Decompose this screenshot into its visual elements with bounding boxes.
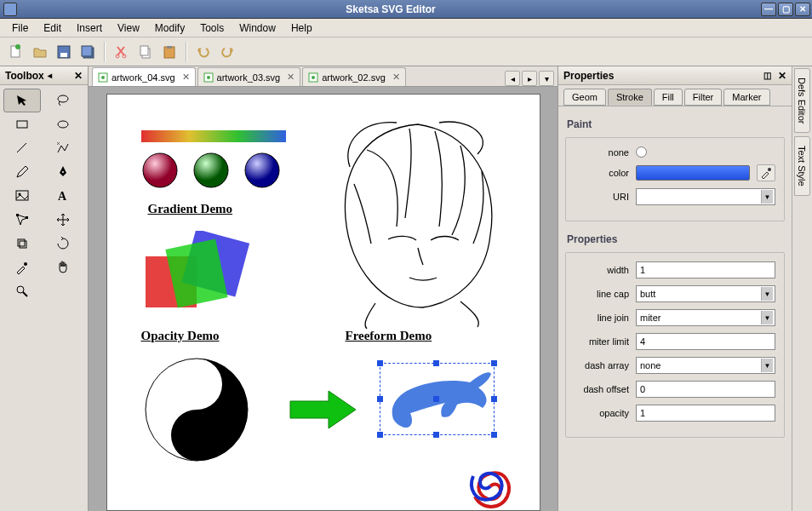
tab-scroll-left-button[interactable]: ◂ (505, 71, 520, 86)
collapse-icon[interactable]: ◂ (48, 71, 52, 80)
canvas[interactable]: Gradient Demo Opacity Demo (106, 94, 540, 511)
tab-label: artwork_03.svg (217, 72, 281, 83)
toolbox-panel: Toolbox ◂ ✕ A (0, 66, 89, 511)
minimize-button[interactable]: — (761, 3, 776, 16)
svg-rect-13 (17, 121, 27, 128)
freeform-demo-label: Freeform Demo (346, 329, 432, 343)
lasso-tool[interactable] (44, 89, 82, 112)
svg-point-14 (58, 121, 68, 128)
tab-label: artwork_04.svg (112, 72, 175, 83)
chevron-down-icon[interactable]: ▼ (761, 190, 773, 204)
polyline-tool[interactable] (44, 136, 82, 160)
move-tool[interactable] (44, 208, 82, 232)
yinyang-shape (141, 354, 252, 465)
tab-artwork-02[interactable]: artwork_02.svg ✕ (302, 67, 406, 86)
copy-button[interactable] (134, 41, 157, 63)
eyedropper-tool[interactable] (3, 256, 41, 279)
paste-button[interactable] (158, 41, 180, 63)
toolbox-header: Toolbox ◂ ✕ (0, 66, 88, 85)
svg-rect-23 (20, 241, 26, 248)
svg-point-24 (24, 262, 27, 266)
spiral-shape (465, 461, 516, 511)
tab-close-button[interactable]: ✕ (182, 72, 190, 83)
new-file-button[interactable] (5, 41, 27, 63)
svg-rect-17 (16, 191, 28, 200)
miterlimit-input[interactable] (636, 333, 775, 350)
maximize-button[interactable]: ▢ (778, 3, 793, 16)
tab-menu-button[interactable]: ▾ (539, 71, 554, 86)
line-tool[interactable] (3, 136, 41, 160)
paint-color-swatch[interactable] (636, 165, 750, 181)
svg-point-16 (62, 171, 64, 173)
width-input[interactable] (636, 261, 775, 278)
properties-tab-geom[interactable]: Geom (563, 89, 606, 106)
tab-scroll-right-button[interactable]: ▸ (522, 71, 537, 86)
svg-point-25 (17, 286, 24, 293)
defs-editor-tab[interactable]: Defs Editor (794, 68, 810, 133)
opacity-input[interactable] (636, 405, 775, 422)
zoom-tool[interactable] (3, 279, 41, 303)
menu-window[interactable]: Window (232, 20, 283, 36)
rotate-tool[interactable] (44, 232, 82, 256)
cut-button[interactable] (111, 41, 133, 63)
svg-point-28 (101, 76, 105, 79)
ellipse-tool[interactable] (44, 112, 82, 136)
svg-point-30 (207, 76, 210, 79)
eyedropper-button[interactable] (757, 164, 775, 181)
close-panel-button[interactable]: ✕ (74, 70, 83, 82)
image-tool[interactable] (3, 184, 41, 208)
svg-rect-5 (82, 46, 92, 56)
node-edit-tool[interactable] (3, 208, 41, 232)
tab-close-button[interactable]: ✕ (287, 72, 294, 83)
select-tool[interactable] (3, 89, 41, 112)
save-button[interactable] (53, 41, 75, 63)
dashoffset-input[interactable] (636, 381, 775, 398)
svg-file-icon (203, 72, 214, 83)
rectangle-tool[interactable] (3, 112, 41, 136)
properties-collapse-icon[interactable]: ◫ (763, 71, 771, 80)
properties-panel: Properties ◫ ✕ Geom Stroke Fill Filter M… (558, 66, 792, 511)
chevron-down-icon[interactable]: ▼ (761, 287, 773, 301)
svg-rect-9 (140, 46, 148, 55)
menu-help[interactable]: Help (284, 20, 319, 36)
eyedropper-icon (760, 167, 772, 179)
tab-artwork-03[interactable]: artwork_03.svg ✕ (197, 67, 301, 86)
pen-tool[interactable] (44, 160, 82, 184)
open-file-button[interactable] (29, 41, 51, 63)
text-tool[interactable]: A (44, 184, 82, 208)
properties-tab-marker[interactable]: Marker (723, 89, 769, 106)
chevron-down-icon[interactable]: ▼ (761, 311, 773, 324)
save-all-button[interactable] (77, 41, 99, 63)
menu-file[interactable]: File (5, 20, 35, 36)
menu-tools[interactable]: Tools (193, 20, 231, 36)
close-window-button[interactable]: ✕ (795, 3, 810, 16)
linejoin-combo[interactable]: miter▼ (636, 309, 775, 326)
tab-close-button[interactable]: ✕ (392, 72, 400, 83)
menu-view[interactable]: View (111, 20, 146, 36)
undo-button[interactable] (192, 41, 214, 63)
properties-tab-fill[interactable]: Fill (654, 89, 683, 106)
menu-insert[interactable]: Insert (70, 20, 109, 36)
close-properties-button[interactable]: ✕ (778, 70, 786, 82)
paint-none-radio[interactable] (636, 146, 647, 158)
paint-uri-combo[interactable]: ▼ (636, 188, 775, 205)
redo-button[interactable] (216, 41, 238, 63)
hand-tool[interactable] (44, 256, 82, 279)
linecap-combo[interactable]: butt▼ (636, 285, 775, 302)
editor-area: artwork_04.svg ✕ artwork_03.svg ✕ artwor… (89, 66, 558, 511)
menu-modify[interactable]: Modify (148, 20, 192, 36)
chevron-down-icon[interactable]: ▼ (761, 359, 773, 372)
text-style-tab[interactable]: Text Style (794, 136, 810, 196)
selection-box[interactable] (380, 363, 495, 435)
properties-tab-stroke[interactable]: Stroke (608, 89, 652, 106)
app-icon (3, 3, 17, 16)
properties-tab-filter[interactable]: Filter (684, 89, 722, 106)
transform-tool[interactable] (3, 232, 41, 256)
tab-artwork-04[interactable]: artwork_04.svg ✕ (92, 67, 196, 86)
svg-rect-20 (16, 214, 19, 216)
dasharray-combo[interactable]: none▼ (636, 357, 775, 374)
pencil-tool[interactable] (3, 160, 41, 184)
arrow-shape (286, 384, 363, 435)
menu-edit[interactable]: Edit (37, 20, 68, 36)
opacity-demo (137, 231, 273, 324)
